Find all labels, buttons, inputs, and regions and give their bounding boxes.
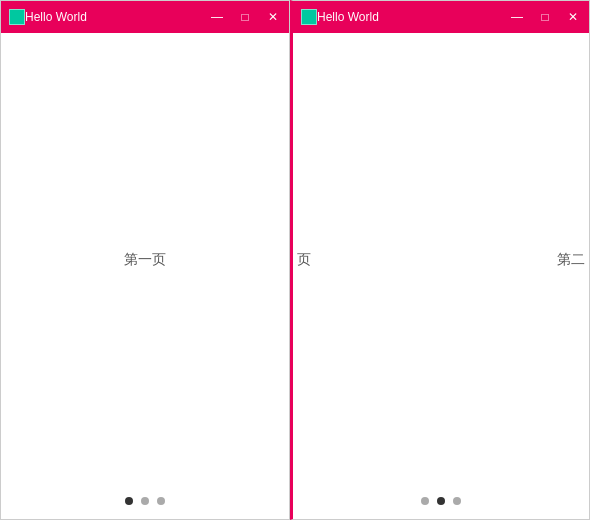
page-label-second: 第二 xyxy=(557,251,585,269)
dot-left-1[interactable] xyxy=(125,497,133,505)
dot-right-2[interactable] xyxy=(437,497,445,505)
window-left: Hello World — □ ✕ 第一页 xyxy=(0,0,290,520)
dot-right-3[interactable] xyxy=(453,497,461,505)
window-footer-left xyxy=(1,483,289,519)
minimize-button-left[interactable]: — xyxy=(209,9,225,25)
app-icon-right xyxy=(301,9,317,25)
titlebar-right: Hello World — □ ✕ xyxy=(293,1,589,33)
page-label-partial: 页 xyxy=(297,251,311,269)
window-right: Hello World — □ ✕ 页 第二 xyxy=(290,0,590,520)
app-icon-left xyxy=(9,9,25,25)
maximize-button-right[interactable]: □ xyxy=(537,9,553,25)
dot-left-2[interactable] xyxy=(141,497,149,505)
window-footer-right xyxy=(293,483,589,519)
maximize-button-left[interactable]: □ xyxy=(237,9,253,25)
minimize-button-right[interactable]: — xyxy=(509,9,525,25)
window-title-right: Hello World xyxy=(317,10,509,24)
close-button-left[interactable]: ✕ xyxy=(265,9,281,25)
titlebar-left: Hello World — □ ✕ xyxy=(1,1,289,33)
dot-right-1[interactable] xyxy=(421,497,429,505)
titlebar-controls-right: — □ ✕ xyxy=(509,9,581,25)
titlebar-controls-left: — □ ✕ xyxy=(209,9,281,25)
close-button-right[interactable]: ✕ xyxy=(565,9,581,25)
window-content-left: 第一页 xyxy=(1,33,289,483)
page-label-left: 第一页 xyxy=(124,251,166,269)
dot-left-3[interactable] xyxy=(157,497,165,505)
window-content-right: 页 第二 xyxy=(293,33,589,483)
window-title-left: Hello World xyxy=(25,10,209,24)
